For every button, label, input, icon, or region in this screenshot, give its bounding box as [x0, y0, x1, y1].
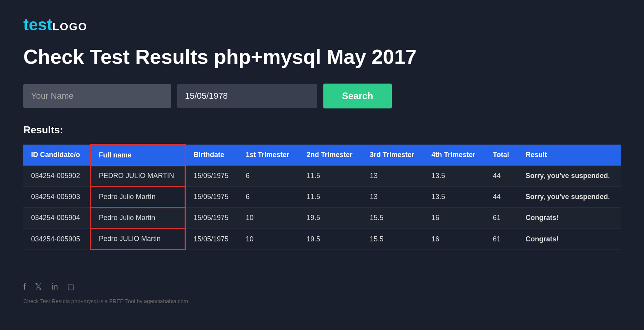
col-header-result: Result: [518, 145, 621, 166]
page-title: Check Test Results php+mysql May 2017: [23, 46, 621, 68]
table-cell: 13: [362, 166, 424, 187]
table-cell: 11.5: [299, 187, 362, 208]
table-cell: 11.5: [299, 166, 362, 187]
table-cell: 16: [424, 229, 485, 250]
table-cell: 15/05/1975: [185, 166, 238, 187]
table-row: 034254-005903Pedro Julio Martín15/05/197…: [23, 187, 621, 208]
page-wrapper: test LOGO Check Test Results php+mysql M…: [0, 0, 644, 320]
table-cell: 61: [485, 208, 518, 229]
table-cell: 15/05/1975: [185, 229, 238, 250]
footer-text: Check Test Results php+mysql is a FREE T…: [23, 298, 621, 304]
twitter-icon[interactable]: 𝕏: [35, 282, 42, 292]
col-header-trim1: 1st Trimester: [238, 145, 299, 166]
results-label: Results:: [23, 124, 621, 136]
col-header-birthdate: Birthdate: [185, 145, 238, 166]
table-cell: Sorry, you've suspended.: [518, 166, 621, 187]
table-cell: 44: [485, 187, 518, 208]
results-table: ID Candidate/o Full name Birthdate 1st T…: [23, 144, 621, 250]
col-header-id: ID Candidate/o: [23, 145, 91, 166]
table-cell: 13.5: [424, 166, 485, 187]
table-cell: 6: [238, 166, 299, 187]
table-cell: Pedro JULIO Martin: [91, 229, 185, 250]
table-cell: 6: [238, 187, 299, 208]
col-header-trim3: 3rd Trimester: [362, 145, 424, 166]
logo-test: test: [23, 16, 52, 34]
facebook-icon[interactable]: f: [23, 282, 26, 292]
footer: f 𝕏 in ◻ Check Test Results php+mysql is…: [23, 274, 621, 304]
search-form: Search: [23, 84, 621, 108]
table-header-row: ID Candidate/o Full name Birthdate 1st T…: [23, 145, 621, 166]
table-cell: Pedro Julio Martin: [91, 208, 185, 229]
search-button[interactable]: Search: [323, 84, 392, 108]
table-cell: 19.5: [299, 208, 362, 229]
table-cell: Congrats!: [518, 208, 621, 229]
table-cell: 034254-005902: [23, 166, 91, 187]
table-cell: Congrats!: [518, 229, 621, 250]
table-cell: 15.5: [362, 229, 424, 250]
col-header-fullname: Full name: [91, 145, 185, 166]
logo: test LOGO: [23, 16, 621, 34]
logo-text: LOGO: [52, 21, 87, 33]
table-cell: 15/05/1975: [185, 187, 238, 208]
table-cell: 034254-005903: [23, 187, 91, 208]
table-cell: 10: [238, 229, 299, 250]
table-cell: 19.5: [299, 229, 362, 250]
name-input[interactable]: [23, 84, 171, 108]
table-cell: 034254-005904: [23, 208, 91, 229]
table-row: 034254-005902PEDRO JULIO MARTÍN15/05/197…: [23, 166, 621, 187]
table-cell: 034254-005905: [23, 229, 91, 250]
social-icons: f 𝕏 in ◻: [23, 282, 621, 292]
table-cell: 10: [238, 208, 299, 229]
table-cell: 13.5: [424, 187, 485, 208]
table-cell: Pedro Julio Martín: [91, 187, 185, 208]
table-cell: 15.5: [362, 208, 424, 229]
table-row: 034254-005904Pedro Julio Martin15/05/197…: [23, 208, 621, 229]
table-cell: 44: [485, 166, 518, 187]
date-input[interactable]: [177, 84, 317, 108]
table-cell: PEDRO JULIO MARTÍN: [91, 166, 185, 187]
col-header-trim2: 2nd Trimester: [299, 145, 362, 166]
table-row: 034254-005905Pedro JULIO Martin15/05/197…: [23, 229, 621, 250]
table-cell: 13: [362, 187, 424, 208]
instagram-icon[interactable]: ◻: [67, 282, 74, 292]
linkedin-icon[interactable]: in: [51, 282, 58, 292]
table-cell: 15/05/1975: [185, 208, 238, 229]
col-header-trim4: 4th Trimester: [424, 145, 485, 166]
table-cell: 16: [424, 208, 485, 229]
table-cell: Sorry, you've suspended.: [518, 187, 621, 208]
col-header-total: Total: [485, 145, 518, 166]
table-cell: 61: [485, 229, 518, 250]
